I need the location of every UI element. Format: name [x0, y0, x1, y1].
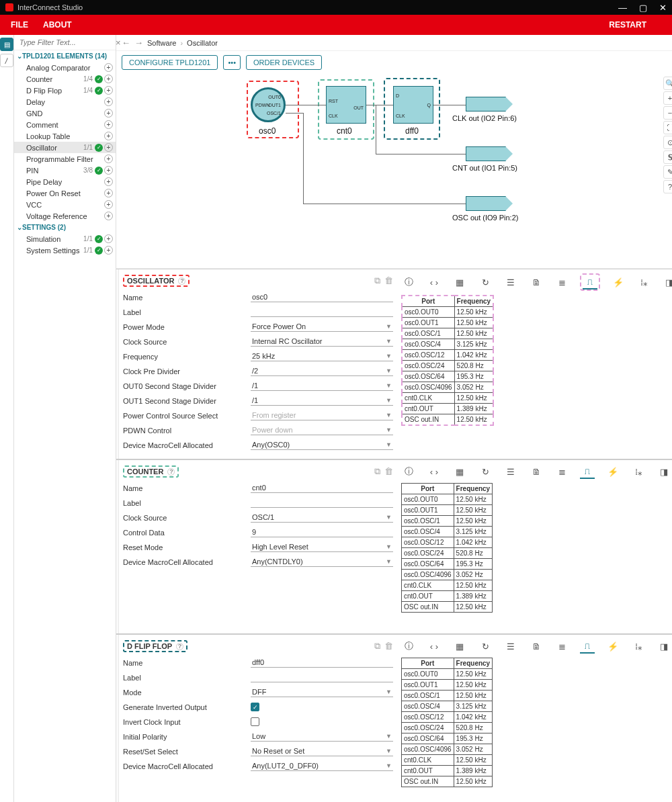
doc-icon[interactable]: 🗎 — [529, 464, 544, 479]
sidebar-item-vcc[interactable]: VCC+ — [14, 199, 116, 210]
add-icon[interactable]: + — [104, 63, 113, 72]
add-icon[interactable]: + — [104, 177, 113, 186]
power-icon[interactable]: ⚡ — [611, 275, 626, 289]
prop-field-label[interactable] — [251, 307, 393, 317]
prop-field-reset-mode[interactable]: High Level Reset▼ — [251, 542, 393, 552]
order-devices-button[interactable]: ORDER DEVICES — [246, 55, 322, 70]
add-icon[interactable]: + — [104, 189, 113, 197]
help-icon[interactable]: ? — [167, 468, 175, 476]
sliders-icon[interactable]: ☰ — [503, 275, 518, 289]
nav-back-icon[interactable]: ← — [122, 38, 130, 48]
menu-file[interactable]: FILE — [11, 20, 28, 30]
block-cnt0[interactable]: RST CLK OUT — [326, 86, 366, 124]
sliders-icon[interactable]: ☰ — [503, 639, 518, 654]
sidebar-item-lookup-table[interactable]: Lookup Table+ — [14, 130, 116, 142]
prop-field-reset/set-select[interactable]: No Reset or Set▼ — [251, 746, 393, 756]
sidebar-item-counter[interactable]: Counter1/4✓+ — [14, 73, 116, 85]
sliders-icon[interactable]: ☰ — [503, 464, 518, 479]
history-icon[interactable]: ↻ — [478, 639, 493, 654]
tree-elements-header[interactable]: ⌄TPLD1201 ELEMENTS (14) — [14, 50, 116, 62]
sidebar-item-gnd[interactable]: GND+ — [14, 107, 116, 119]
sidebar-item-voltage-reference[interactable]: Voltage Reference+ — [14, 210, 116, 222]
chip-icon[interactable]: ▦ — [452, 464, 467, 479]
zoom-icon[interactable]: 🔍 — [663, 77, 672, 90]
block-dff0[interactable]: D CLK Q — [393, 86, 433, 124]
add-icon[interactable]: + — [104, 120, 113, 129]
prop-field-name[interactable]: osc0 — [251, 292, 393, 302]
prop-field-clock-pre-divider[interactable]: /2▼ — [251, 366, 393, 376]
window-icon[interactable]: ◨ — [657, 464, 671, 479]
delete-icon[interactable]: 🗑 — [384, 275, 393, 286]
bus-icon[interactable]: ≣ — [554, 639, 569, 654]
minimize-button[interactable]: — — [618, 3, 627, 13]
crumb-software[interactable]: Software — [147, 39, 176, 47]
prop-field-initial-polarity[interactable]: Low▼ — [251, 731, 393, 742]
code-icon[interactable]: ‹ › — [427, 464, 442, 479]
nav-forward-icon[interactable]: → — [134, 38, 143, 48]
prop-field-name[interactable]: cnt0 — [251, 483, 393, 493]
add-icon[interactable]: + — [104, 109, 113, 118]
prop-field-frequency[interactable]: 25 kHz▼ — [251, 351, 393, 361]
sidebar-item-d-flip-flop[interactable]: D Flip Flop1/4✓+ — [14, 85, 116, 96]
add-icon[interactable]: + — [104, 200, 113, 209]
help-icon[interactable]: ? — [663, 180, 672, 193]
info-icon[interactable]: ⓘ — [401, 275, 416, 289]
sidebar-item-oscillator[interactable]: Oscillator1/1✓+ — [14, 142, 116, 153]
copy-icon[interactable]: ⧉ — [374, 275, 380, 286]
power-icon[interactable]: ⚡ — [605, 639, 620, 654]
configure-button[interactable]: CONFIGURE TPLD1201 — [122, 55, 218, 70]
bus-icon[interactable]: ≣ — [554, 275, 569, 289]
prop-field-out1-second-stage-divider[interactable]: /1▼ — [251, 396, 393, 406]
zoom-in-icon[interactable]: + — [663, 91, 672, 105]
prop-field-pdwn-control[interactable]: Power down▼ — [251, 425, 393, 435]
sidebar-item-pipe-delay[interactable]: Pipe Delay+ — [14, 176, 116, 187]
info-icon[interactable]: ⓘ — [401, 639, 416, 654]
add-icon[interactable]: + — [104, 154, 113, 163]
add-icon[interactable]: + — [104, 97, 113, 106]
scope-icon[interactable]: ⁞⁎ — [631, 639, 646, 654]
delete-icon[interactable]: 🗑 — [384, 466, 393, 477]
code-icon[interactable]: ‹ › — [427, 639, 442, 654]
rail-components-icon[interactable]: ▤ — [0, 38, 13, 51]
add-icon[interactable]: + — [104, 75, 113, 83]
add-icon[interactable]: + — [104, 212, 113, 220]
prop-field-label[interactable] — [251, 498, 393, 508]
bus-icon[interactable]: ≣ — [554, 464, 569, 479]
scope-icon[interactable]: ⁞⁎ — [631, 464, 646, 479]
window-icon[interactable]: ◨ — [662, 275, 672, 289]
add-icon[interactable]: + — [104, 234, 113, 243]
checkbox-generate-inverted-output[interactable]: ✓ — [251, 703, 259, 711]
filter-input[interactable] — [17, 37, 116, 48]
sidebar-item-analog-comparator[interactable]: Analog Comparator+ — [14, 62, 116, 73]
prop-field-clock-source[interactable]: Internal RC Oscillator▼ — [251, 337, 393, 347]
edit-icon[interactable]: ✎ — [663, 165, 672, 179]
sidebar-item-comment[interactable]: Comment+ — [14, 119, 116, 130]
waveform-icon[interactable]: ⎍ — [583, 275, 597, 289]
schematic-canvas[interactable]: PDWN OUT0 OUT1 OSC/1 osc0 RST CLK OUT cn… — [116, 74, 672, 269]
rail-graph-icon[interactable]: 〳 — [0, 54, 13, 67]
waveform-icon[interactable]: ⎍ — [580, 464, 595, 479]
sidebar-item-delay[interactable]: Delay+ — [14, 96, 116, 107]
maximize-button[interactable]: ▢ — [639, 3, 647, 13]
route-icon[interactable]: 𝕊 — [663, 150, 672, 164]
doc-icon[interactable]: 🗎 — [529, 275, 544, 289]
close-button[interactable]: ✕ — [659, 3, 667, 13]
tree-settings-header[interactable]: ⌄SETTINGS (2) — [14, 222, 116, 233]
crumb-oscillator[interactable]: Oscillator — [187, 39, 218, 47]
sidebar-item-power-on-reset[interactable]: Power On Reset+ — [14, 187, 116, 199]
prop-field-device-macrocell-allocated[interactable]: Any(LUT2_0_DFF0)▼ — [251, 761, 393, 771]
sidebar-item-simulation[interactable]: Simulation1/1✓+ — [14, 233, 116, 244]
copy-icon[interactable]: ⧉ — [374, 466, 380, 477]
sidebar-item-system-settings[interactable]: System Settings1/1✓+ — [14, 244, 116, 256]
history-icon[interactable]: ↻ — [478, 275, 493, 289]
prop-field-out0-second-stage-divider[interactable]: /1▼ — [251, 381, 393, 391]
info-icon[interactable]: ⓘ — [401, 464, 416, 479]
add-icon[interactable]: + — [104, 246, 113, 255]
doc-icon[interactable]: 🗎 — [529, 639, 544, 654]
prop-field-name[interactable]: dff0 — [251, 658, 393, 668]
block-cnt-out[interactable] — [466, 146, 506, 161]
checkbox-invert-clock-input[interactable] — [251, 717, 259, 726]
add-icon[interactable]: + — [104, 143, 113, 152]
chip-icon[interactable]: ▦ — [452, 275, 467, 289]
block-osc-out[interactable] — [466, 196, 506, 211]
